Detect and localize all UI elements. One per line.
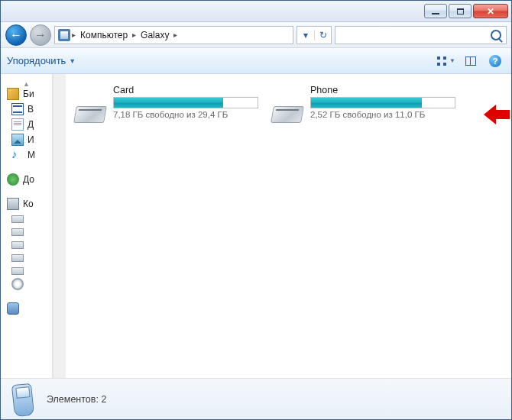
storage-icon xyxy=(272,95,303,123)
drive-icon xyxy=(11,228,24,236)
chevron-right-icon: ▸ xyxy=(173,31,177,39)
help-button[interactable]: ? xyxy=(485,53,505,69)
sidebar-item-label: М xyxy=(28,150,35,160)
drive-icon xyxy=(11,215,24,223)
content-area[interactable]: Card 7,18 ГБ свободно из 29,4 ГБ Phone xyxy=(66,74,511,378)
address-bar[interactable]: ▸ Компьютер ▸ Galaxy ▸ xyxy=(54,26,293,44)
sidebar-drive[interactable] xyxy=(1,250,52,263)
sidebar-drive[interactable] xyxy=(1,212,52,225)
search-icon xyxy=(491,30,501,40)
sidebar-computer[interactable]: Ко xyxy=(1,196,52,212)
sidebar-music[interactable]: М xyxy=(1,147,52,163)
chevron-right-icon: ▸ xyxy=(132,31,136,39)
homegroup-icon xyxy=(7,173,19,186)
scroll-up-icon[interactable]: ▲ xyxy=(1,80,52,86)
device-icon xyxy=(58,29,70,41)
sidebar-scrollbar[interactable] xyxy=(53,74,66,378)
sidebar-pictures[interactable]: И xyxy=(1,132,52,147)
sidebar-item-label: Би xyxy=(23,89,34,99)
preview-pane-button[interactable] xyxy=(461,53,481,69)
videos-icon xyxy=(11,103,24,115)
organize-label: Упорядочить xyxy=(7,55,66,66)
crumb-folder[interactable]: Galaxy xyxy=(138,30,172,40)
drive-tile-phone[interactable]: Phone 2,52 ГБ свободно из 11,0 ГБ xyxy=(272,85,455,123)
details-pane: Элементов: 2 xyxy=(1,378,511,419)
usage-bar-fill xyxy=(114,98,223,108)
sidebar-item-label: И xyxy=(28,134,34,145)
history-dropdown[interactable]: ▾ xyxy=(297,30,314,40)
minimize-button[interactable] xyxy=(424,4,447,18)
back-button[interactable]: ← xyxy=(5,24,27,46)
pictures-icon xyxy=(11,134,24,146)
annotation-arrow xyxy=(484,105,510,124)
explorer-body: ▲ Би В Д И М xyxy=(1,74,511,378)
chevron-down-icon: ▼ xyxy=(449,57,455,64)
close-button[interactable]: ✕ xyxy=(473,4,508,18)
drive-tile-card[interactable]: Card 7,18 ГБ свободно из 29,4 ГБ xyxy=(75,85,258,123)
navigation-pane: ▲ Би В Д И М xyxy=(1,74,53,378)
sidebar-item-label: Ко xyxy=(23,199,34,209)
forward-button[interactable]: → xyxy=(30,24,51,46)
sidebar-documents[interactable]: Д xyxy=(1,117,52,132)
explorer-window: ✕ ← → ▸ Компьютер ▸ Galaxy ▸ ▾ ↻ Упорядо… xyxy=(0,0,512,420)
maximize-button[interactable] xyxy=(449,4,471,18)
sidebar-homegroup[interactable]: До xyxy=(1,172,52,187)
view-options-button[interactable]: ▼ xyxy=(436,53,456,69)
crumb-computer[interactable]: Компьютер xyxy=(77,30,131,40)
usage-bar xyxy=(113,97,258,108)
phone-icon xyxy=(7,302,19,315)
libraries-icon xyxy=(7,88,19,100)
sidebar-item-label: До xyxy=(23,174,34,185)
sidebar-libraries[interactable]: Би xyxy=(1,86,52,102)
drive-name: Card xyxy=(113,85,258,95)
music-icon xyxy=(11,149,24,161)
search-input[interactable] xyxy=(335,26,507,44)
sidebar-dvd[interactable] xyxy=(1,276,52,292)
pane-icon xyxy=(465,57,476,66)
dvd-icon xyxy=(11,278,24,290)
storage-icon xyxy=(75,95,105,123)
documents-icon xyxy=(11,118,24,131)
help-icon: ? xyxy=(489,55,501,67)
titlebar: ✕ xyxy=(1,1,511,22)
computer-icon xyxy=(7,198,19,210)
sidebar-item-label: Д xyxy=(28,119,34,130)
drive-name: Phone xyxy=(310,85,455,95)
drive-icon xyxy=(11,254,24,262)
sidebar-drive[interactable] xyxy=(1,263,52,276)
command-bar: Упорядочить ▼ ▼ ? xyxy=(1,48,511,74)
sidebar-item-label: В xyxy=(28,104,34,115)
item-count-label: Элементов: 2 xyxy=(47,394,106,405)
drive-icon xyxy=(11,267,24,275)
usage-bar-fill xyxy=(311,98,422,108)
sidebar-drive[interactable] xyxy=(1,225,52,237)
device-large-icon xyxy=(8,383,37,416)
chevron-right-icon: ▸ xyxy=(72,31,76,39)
nav-bar: ← → ▸ Компьютер ▸ Galaxy ▸ ▾ ↻ xyxy=(1,22,511,48)
refresh-button[interactable]: ↻ xyxy=(314,30,331,40)
free-space-text: 7,18 ГБ свободно из 29,4 ГБ xyxy=(113,110,258,119)
tiles-view-icon xyxy=(437,57,446,66)
usage-bar xyxy=(310,97,455,108)
sidebar-drive[interactable] xyxy=(1,237,52,250)
sidebar-device[interactable] xyxy=(1,301,52,316)
free-space-text: 2,52 ГБ свободно из 11,0 ГБ xyxy=(310,110,455,119)
organize-menu[interactable]: Упорядочить ▼ xyxy=(7,55,76,66)
sidebar-videos[interactable]: В xyxy=(1,102,52,117)
drive-icon xyxy=(11,241,24,249)
chevron-down-icon: ▼ xyxy=(69,57,76,65)
address-buttons: ▾ ↻ xyxy=(297,26,332,44)
